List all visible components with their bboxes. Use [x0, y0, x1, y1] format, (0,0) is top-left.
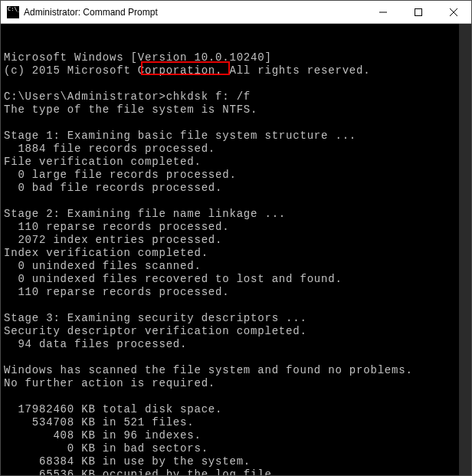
terminal-line: 408 KB in 96 indexes. [4, 429, 471, 442]
command-input: chkdsk f: /f [166, 90, 251, 103]
terminal-line: 94 data files processed. [4, 338, 471, 351]
terminal-line: 0 unindexed files scanned. [4, 260, 471, 273]
titlebar: Administrator: Command Prompt [1, 1, 471, 24]
terminal-line: 0 large file records processed. [4, 169, 471, 182]
terminal-output[interactable]: Microsoft Windows [Version 10.0.10240](c… [1, 24, 471, 475]
scrollbar[interactable] [459, 24, 471, 475]
terminal-line: Stage 1: Examining basic file system str… [4, 130, 471, 143]
terminal-line: No further action is required. [4, 377, 471, 390]
prompt: C:\Users\Administrator> [4, 90, 166, 103]
terminal-line: Stage 2: Examining file name linkage ... [4, 208, 471, 221]
terminal-line: The type of the file system is NTFS. [4, 103, 471, 117]
terminal-line: 17982460 KB total disk space. [4, 403, 471, 416]
terminal-line: 110 reparse records processed. [4, 286, 471, 299]
terminal-line: 68384 KB in use by the system. [4, 455, 471, 468]
terminal-line: Windows has scanned the file system and … [4, 364, 471, 377]
terminal-line [4, 351, 471, 364]
close-button[interactable] [436, 1, 471, 23]
terminal-line: Security descriptor verification complet… [4, 325, 471, 338]
terminal-line: Microsoft Windows [Version 10.0.10240] [4, 51, 471, 64]
terminal-line [4, 77, 471, 90]
terminal-line: Index verification completed. [4, 247, 471, 260]
terminal-line [4, 299, 471, 312]
terminal-line: 0 unindexed files recovered to lost and … [4, 273, 471, 286]
window-title: Administrator: Command Prompt [24, 7, 365, 18]
cmd-icon [7, 6, 19, 18]
terminal-line: 0 bad file records processed. [4, 182, 471, 195]
terminal-line: (c) 2015 Microsoft Corporation. All righ… [4, 64, 471, 77]
terminal-line: 0 KB in bad sectors. [4, 442, 471, 455]
minimize-button[interactable] [365, 1, 401, 23]
terminal-line: 110 reparse records processed. [4, 221, 471, 234]
terminal-line: Stage 3: Examining security descriptors … [4, 312, 471, 325]
terminal-line: 534708 KB in 521 files. [4, 416, 471, 429]
window-controls [365, 1, 471, 23]
terminal-line: File verification completed. [4, 156, 471, 169]
terminal-line [4, 195, 471, 208]
maximize-button[interactable] [401, 1, 436, 23]
terminal-line: C:\Users\Administrator>chkdsk f: /f [4, 90, 471, 103]
terminal-line [4, 117, 471, 130]
terminal-line [4, 390, 471, 403]
terminal-line: 65536 KB occupied by the log file. [4, 468, 471, 475]
svg-rect-0 [415, 8, 422, 15]
terminal-line: 1884 file records processed. [4, 143, 471, 156]
terminal-line: 2072 index entries processed. [4, 234, 471, 247]
